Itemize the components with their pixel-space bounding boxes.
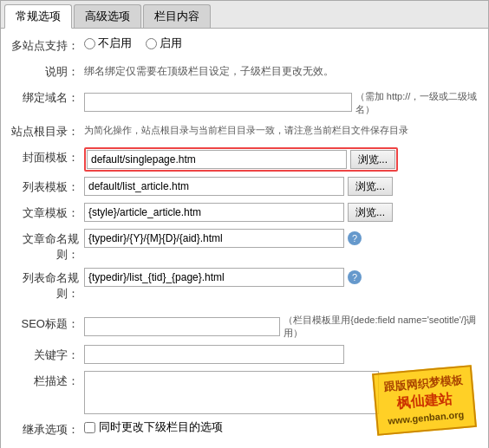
multisite-radio-group: 不启用 启用	[84, 36, 182, 51]
cover-template-highlight: 浏览...	[84, 147, 398, 172]
article-template-input[interactable]	[84, 203, 344, 222]
multisite-label-disable: 不启用	[98, 36, 132, 51]
bind-domain-row: 绑定域名： （需加 http://，一级或二级域名）	[6, 88, 483, 116]
article-template-row: 文章模板： 浏览...	[6, 203, 483, 224]
seo-label: SEO标题：	[6, 314, 84, 332]
article-template-label: 文章模板：	[6, 203, 84, 221]
description-text: 绑名绑定仅需要在顶级栏目设定，子级栏目更改无效。	[84, 62, 334, 79]
multisite-row: 多站点支持： 不启用 启用	[6, 36, 483, 56]
list-template-label: 列表模板：	[6, 177, 84, 195]
article-template-value: 浏览...	[84, 203, 483, 222]
list-naming-input[interactable]	[84, 268, 344, 287]
cover-template-browse-btn[interactable]: 浏览...	[350, 150, 395, 169]
cover-template-value: 浏览...	[84, 147, 483, 172]
nav-description-textarea[interactable]	[84, 371, 379, 414]
bind-domain-value: （需加 http://，一级或二级域名）	[84, 88, 483, 116]
list-naming-row: 列表命名规则： ?	[6, 268, 483, 302]
keyword-value	[84, 345, 483, 364]
root-dir-row: 站点根目录： 为简化操作，站点根目录与当前栏目目录一致，请注意当前栏目文件保存目…	[6, 121, 483, 142]
description-label: 说明：	[6, 62, 84, 80]
list-naming-info-icon[interactable]: ?	[348, 270, 362, 284]
article-naming-info-icon[interactable]: ?	[348, 231, 362, 245]
cover-template-input[interactable]	[87, 150, 347, 169]
article-naming-input[interactable]	[84, 229, 344, 248]
cover-template-label: 封面模板：	[6, 147, 84, 166]
tab-general[interactable]: 常规选项	[4, 4, 72, 29]
inherit-row: 继承选项： 同时更改下级栏目的选项 跟版网织梦模板 枫仙建站 www.genba…	[6, 419, 483, 440]
multisite-label-enable: 启用	[160, 36, 182, 51]
article-template-browse-btn[interactable]: 浏览...	[348, 203, 393, 222]
root-dir-note: 为简化操作，站点根目录与当前栏目目录一致，请注意当前栏目文件保存目录	[84, 121, 408, 137]
keyword-input[interactable]	[84, 345, 344, 364]
description-row: 说明： 绑名绑定仅需要在顶级栏目设定，子级栏目更改无效。	[6, 62, 483, 82]
root-dir-value: 为简化操作，站点根目录与当前栏目目录一致，请注意当前栏目文件保存目录	[84, 121, 483, 137]
multisite-radio-disable[interactable]	[84, 38, 95, 49]
tab-bar: 常规选项 高级选项 栏目内容	[1, 1, 488, 29]
list-naming-value: ?	[84, 268, 483, 287]
list-template-row: 列表模板： 浏览...	[6, 177, 483, 198]
multisite-radio-enable[interactable]	[146, 38, 157, 49]
list-template-browse-btn[interactable]: 浏览...	[348, 177, 393, 196]
watermark: 跟版网织梦模板 枫仙建站 www.genban.org	[372, 365, 477, 436]
list-template-input[interactable]	[84, 177, 344, 196]
bind-domain-note: （需加 http://，一级或二级域名）	[355, 88, 483, 116]
form-content: 多站点支持： 不启用 启用 说明： 绑名绑定仅需要在顶级栏目设定，子级栏目	[1, 29, 488, 448]
seo-note: （栏目模板里用{dede:field name='seotitle'/}调用）	[284, 314, 483, 340]
tab-advanced[interactable]: 高级选项	[74, 4, 141, 28]
multisite-value: 不启用 启用	[84, 36, 483, 51]
inherit-checkbox-item: 同时更改下级栏目的选项	[84, 419, 223, 435]
multisite-label: 多站点支持：	[6, 36, 84, 54]
keyword-row: 关键字：	[6, 345, 483, 366]
seo-row: SEO标题： （栏目模板里用{dede:field name='seotitle…	[6, 314, 483, 340]
multisite-option1[interactable]: 不启用	[84, 36, 132, 51]
article-naming-row: 文章命名规则： ?	[6, 229, 483, 263]
description-value: 绑名绑定仅需要在顶级栏目设定，子级栏目更改无效。	[84, 62, 483, 79]
seo-input[interactable]	[84, 317, 280, 336]
list-template-value: 浏览...	[84, 177, 483, 196]
inherit-checkbox[interactable]	[84, 422, 95, 433]
list-naming-label: 列表命名规则：	[6, 268, 84, 302]
nav-description-label: 栏描述：	[6, 371, 84, 389]
tab-nav-content[interactable]: 栏目内容	[143, 4, 211, 28]
main-container: 常规选项 高级选项 栏目内容 多站点支持： 不启用 启用	[0, 0, 489, 448]
root-dir-label: 站点根目录：	[6, 121, 84, 140]
keyword-label: 关键字：	[6, 345, 84, 363]
multisite-option2[interactable]: 启用	[146, 36, 182, 51]
inherit-label: 继承选项：	[6, 419, 84, 438]
bind-domain-input[interactable]	[84, 93, 352, 112]
article-naming-value: ?	[84, 229, 483, 248]
seo-value: （栏目模板里用{dede:field name='seotitle'/}调用）	[84, 314, 483, 340]
inherit-checkbox-label: 同时更改下级栏目的选项	[99, 419, 223, 435]
bind-domain-label: 绑定域名：	[6, 88, 84, 106]
article-naming-label: 文章命名规则：	[6, 229, 84, 263]
cover-template-row: 封面模板： 浏览...	[6, 147, 483, 172]
